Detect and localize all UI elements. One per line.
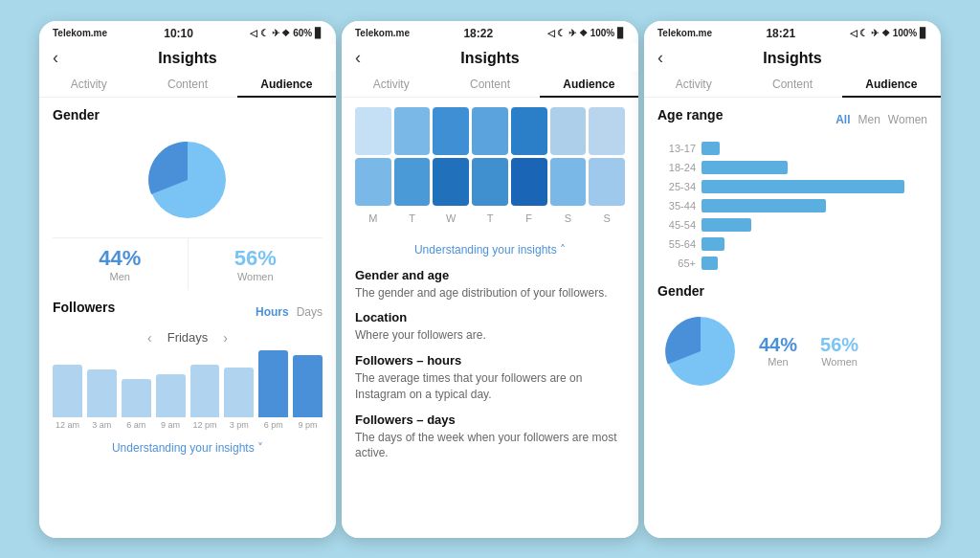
heatmap-cell-05 [550,107,587,155]
bar-label-5: 3 pm [230,420,249,430]
age-bar-wrap-1 [702,161,927,174]
age-label-6: 65+ [657,257,696,269]
bar-label-4: 12 pm [192,420,216,430]
men-stat-3: 44% Men [759,334,797,368]
info-title-2: Followers – hours [355,353,625,368]
gender-section-3: Gender 44% Men 56% [657,283,927,394]
carrier-2: Telekom.me [355,28,410,38]
gender-title-3: Gender [657,283,927,299]
women-pct-1: 56% [189,246,323,271]
bar-col-3: 9 am [156,374,186,430]
tab-audience-1[interactable]: Audience [237,71,336,97]
age-label-4: 45-54 [657,219,696,231]
age-row-1: 18-24 [657,161,927,174]
back-button-2[interactable]: ‹ [355,48,361,68]
heatmap-cell-11 [394,158,431,206]
followers-header-1: Followers Hours Days [53,300,323,324]
tab-content-2[interactable]: Content [440,71,539,97]
info-title-0: Gender and age [355,268,625,282]
tab-audience-2[interactable]: Audience [540,71,638,97]
next-arrow-1[interactable]: › [223,330,228,346]
nav-row-1: ‹ Fridays › [53,330,323,346]
tabs-3: Activity Content Audience [644,71,941,98]
info-gender-age: Gender and age The gender and age distri… [355,268,625,301]
carrier-1: Telekom.me [53,28,107,38]
title-1: Insights [158,50,216,67]
age-bar-2 [702,180,904,193]
age-row-2: 25-34 [657,180,927,193]
heatmap-cell-16 [589,158,625,206]
bar-0 [53,365,82,417]
heatmap-cell-10 [355,158,391,206]
bar-label-7: 9 pm [299,420,318,430]
heatmap-label-0: M [355,212,391,224]
days-toggle-1[interactable]: Days [297,305,323,319]
tab-content-1[interactable]: Content [138,71,236,97]
heatmap-labels: M T W T F S S [355,212,625,224]
hours-toggle-1[interactable]: Hours [256,305,289,319]
women-stat-3: 56% Women [820,334,858,368]
carrier-3: Telekom.me [657,28,712,38]
bar-label-2: 6 am [126,420,145,430]
title-3: Insights [763,50,821,67]
bar-1 [87,369,117,417]
tab-activity-1[interactable]: Activity [39,71,138,97]
icons-1: ◁ ☾ ✈ ❖ 60% ▊ [250,28,323,38]
heatmap-cell-04 [511,107,547,155]
tab-activity-2[interactable]: Activity [342,71,440,97]
age-filter-men[interactable]: Men [858,113,880,126]
heatmap-label-4: F [511,212,547,224]
heatmap-label-6: S [589,212,625,224]
prev-arrow-1[interactable]: ‹ [147,330,152,346]
pie-chart-3 [657,308,744,394]
nav-label-1: Fridays [167,330,209,345]
age-filter-all[interactable]: All [835,113,850,126]
age-row-3: 35-44 [657,199,927,212]
back-button-3[interactable]: ‹ [657,48,663,68]
understanding-link-1[interactable]: Understanding your insights ˅ [53,434,323,458]
age-filter-women[interactable]: Women [888,113,927,126]
men-pct-3: 44% [759,334,797,356]
phones-container: Telekom.me 10:10 ◁ ☾ ✈ ❖ 60% ▊ ‹ Insight… [39,21,941,538]
men-stat-1: 44% Men [53,238,189,290]
heatmap-label-5: S [550,212,587,224]
age-label-1: 18-24 [657,162,696,173]
time-1: 10:10 [164,27,193,40]
bar-col-0: 12 am [53,365,82,430]
gender-stats-1: 44% Men 56% Women [53,237,323,290]
icons-2: ◁ ☾ ✈ ❖ 100% ▊ [547,28,625,38]
heatmap-cell-14 [511,158,547,206]
tab-audience-3[interactable]: Audience [842,71,941,97]
men-lbl-3: Men [759,356,797,368]
status-bar-2: Telekom.me 18:22 ◁ ☾ ✈ ❖ 100% ▊ [342,21,638,44]
bar-label-1: 3 am [92,420,111,430]
understanding-link-2[interactable]: Understanding your insights ˄ [355,235,625,260]
title-2: Insights [460,50,519,67]
tab-activity-3[interactable]: Activity [644,71,743,97]
time-3: 18:21 [766,27,795,40]
age-bar-5 [702,237,724,251]
bar-label-6: 6 pm [264,420,283,430]
heatmap-cell-06 [589,107,625,155]
gender-pie-1: 44% Men 56% Women [53,132,323,290]
back-button-1[interactable]: ‹ [53,48,58,68]
bar-5 [224,368,254,417]
age-row-6: 65+ [657,257,927,270]
heatmap-row-1 [355,158,625,206]
icons-3: ◁ ☾ ✈ ❖ 100% ▊ [850,28,927,38]
heatmap-label-2: W [433,212,469,224]
age-bar-6 [702,257,718,270]
age-label-0: 13-17 [657,143,696,154]
women-lbl-3: Women [820,356,858,368]
heatmap-cell-03 [472,107,508,155]
time-2: 18:22 [463,27,493,40]
age-bar-wrap-0 [702,142,927,155]
tab-content-3[interactable]: Content [743,71,841,97]
heatmap-cell-15 [550,158,587,206]
heatmap: M T W T F S S [355,107,625,224]
followers-toggle-1: Hours Days [256,305,323,319]
info-location: Location Where your followers are. [355,310,625,344]
tabs-2: Activity Content Audience [342,71,638,98]
heatmap-cell-02 [433,107,469,155]
women-stat-1: 56% Women [189,238,323,290]
